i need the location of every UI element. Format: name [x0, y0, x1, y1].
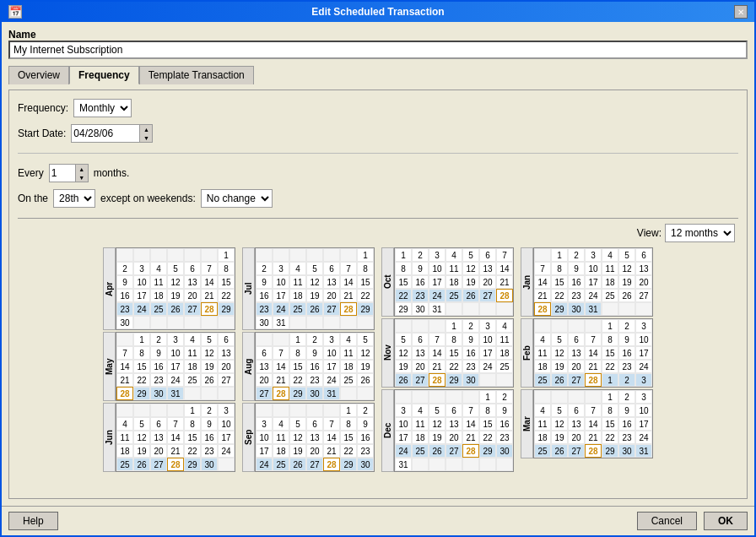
every-up[interactable]: ▲	[76, 165, 88, 173]
cal-cell	[551, 319, 568, 333]
start-date-input[interactable]	[72, 125, 139, 142]
cal-grid-Feb: 1234567891011121314151617181920212223242…	[534, 319, 652, 387]
cal-cell: 25	[446, 289, 462, 302]
cal-cell: 8	[602, 404, 618, 417]
calendar-column-1: Jul1234567891011121314151617181920212223…	[242, 247, 375, 472]
cal-cell: 20	[446, 431, 462, 444]
cancel-button[interactable]: Cancel	[637, 512, 697, 530]
view-select[interactable]: 12 months 3 months 6 months	[665, 224, 735, 242]
name-input[interactable]	[8, 41, 748, 59]
start-date-up[interactable]: ▲	[140, 125, 152, 133]
cal-cell	[602, 302, 618, 316]
every-input[interactable]	[50, 165, 75, 182]
start-date-down[interactable]: ▼	[140, 133, 152, 142]
cal-cell	[167, 248, 184, 262]
cal-cell: 13	[256, 360, 273, 373]
cal-cell: 1	[289, 333, 306, 346]
help-button[interactable]: Help	[8, 512, 58, 530]
on-the-select[interactable]: 28th 1st2nd3rd	[53, 189, 95, 208]
cal-cell: 28	[201, 302, 218, 316]
cal-cell: 7	[323, 417, 340, 431]
ok-button[interactable]: OK	[704, 512, 748, 530]
cal-cell: 5	[462, 248, 479, 262]
cal-cell: 25	[496, 360, 513, 373]
cal-grid-Aug: 1234567891011121314151617181920212223242…	[256, 333, 374, 400]
cal-cell: 11	[412, 417, 429, 431]
cal-cell: 31	[273, 316, 289, 329]
cal-cell: 20	[479, 275, 496, 289]
close-button[interactable]: ✕	[734, 5, 748, 19]
cal-cell: 4	[534, 404, 551, 417]
tab-overview[interactable]: Overview	[8, 66, 69, 84]
cal-cell: 16	[116, 289, 133, 302]
every-spinner-wrapper: ▲ ▼	[49, 164, 89, 182]
cal-cell	[184, 248, 201, 262]
cal-cell	[635, 302, 652, 316]
cal-cell: 9	[116, 275, 133, 289]
tab-frequency[interactable]: Frequency	[69, 66, 139, 84]
cal-cell: 30	[150, 387, 167, 400]
cal-cell: 21	[323, 444, 340, 458]
cal-cell: 24	[635, 360, 652, 373]
cal-cell: 4	[150, 262, 167, 275]
calendar-Dec: 1234567891011121314151617181920212223242…	[394, 389, 514, 472]
cal-cell: 25	[184, 373, 201, 387]
window-icon: 📅	[8, 5, 22, 19]
cal-cell: 22	[551, 289, 568, 302]
cal-cell: 30	[568, 302, 585, 316]
cal-cell: 25	[534, 444, 551, 458]
except-weekends-label: except on weekends:	[100, 193, 196, 204]
cal-cell: 11	[273, 431, 289, 444]
frequency-select[interactable]: Monthly Once Daily Weekly Yearly	[73, 99, 132, 117]
except-weekends-select[interactable]: No change Forward Backward	[201, 189, 273, 208]
cal-cell	[323, 316, 340, 329]
cal-cell: 23	[116, 302, 133, 316]
cal-cell	[184, 316, 201, 329]
cal-cell: 22	[218, 289, 235, 302]
cal-cell: 15	[551, 275, 568, 289]
cal-cell: 28	[585, 373, 602, 387]
cal-cell: 4	[273, 417, 289, 431]
cal-cell: 9	[568, 262, 585, 275]
month-with-label-Sep: Sep1234567891011121314151617181920212223…	[242, 403, 375, 472]
month-with-label-Jan: Jan1234567891011121314151617181920212223…	[521, 247, 653, 317]
cal-cell: 19	[167, 289, 184, 302]
cal-cell	[585, 319, 602, 333]
cal-cell	[412, 390, 429, 404]
cal-cell: 29	[602, 444, 618, 458]
cal-cell: 7	[429, 333, 446, 346]
cal-cell	[218, 458, 235, 471]
every-row: Every ▲ ▼ months.	[18, 164, 738, 182]
tab-content-frequency: Frequency: Monthly Once Daily Weekly Yea…	[8, 90, 748, 499]
cal-cell: 13	[306, 431, 323, 444]
cal-cell: 13	[184, 275, 201, 289]
cal-cell: 27	[306, 458, 323, 471]
cal-cell	[412, 319, 429, 333]
cal-cell: 29	[133, 387, 150, 400]
cal-cell	[496, 302, 513, 316]
every-down[interactable]: ▼	[76, 173, 88, 182]
month-with-label-Aug: Aug1234567891011121314151617181920212223…	[242, 332, 375, 401]
cal-cell: 18	[446, 275, 462, 289]
cal-cell: 3	[256, 417, 273, 431]
cal-cell: 30	[357, 458, 374, 471]
cal-cell: 26	[429, 444, 446, 458]
cal-cell: 24	[218, 444, 235, 458]
cal-grid-Mar: 1234567891011121314151617181920212223242…	[534, 390, 652, 458]
cal-cell	[462, 458, 479, 471]
cal-cell	[218, 316, 235, 329]
tab-template-transaction[interactable]: Template Transaction	[139, 66, 254, 84]
cal-cell: 16	[496, 417, 513, 431]
cal-cell: 7	[201, 262, 218, 275]
cal-cell: 21	[585, 431, 602, 444]
month-label-Aug: Aug	[242, 332, 255, 401]
cal-cell: 21	[534, 289, 551, 302]
cal-cell: 5	[289, 417, 306, 431]
cal-cell: 12	[133, 431, 150, 444]
cal-cell: 16	[306, 360, 323, 373]
calendar-Oct: 1234567891011121314151617181920212223242…	[394, 247, 514, 317]
calendar-Jan: 1234567891011121314151617181920212223242…	[533, 247, 653, 317]
cal-cell	[201, 316, 218, 329]
cal-cell: 2	[150, 333, 167, 346]
cal-cell: 18	[150, 289, 167, 302]
